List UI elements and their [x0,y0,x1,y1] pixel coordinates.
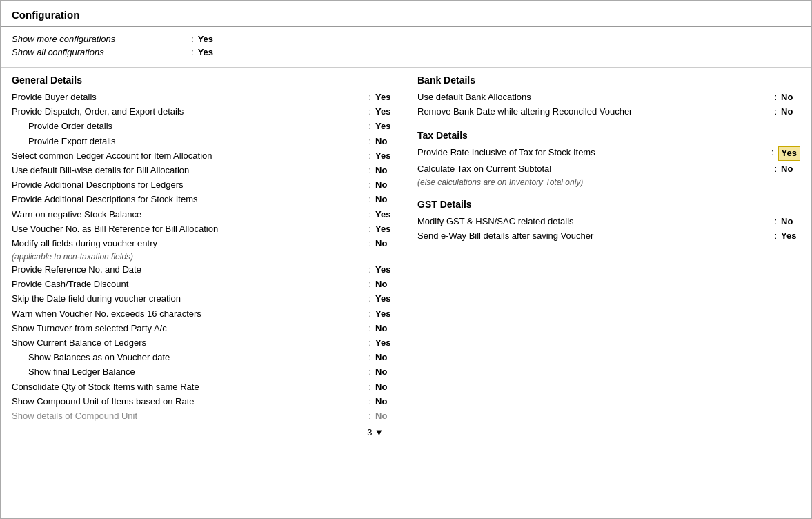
row-label: Use default Bank Allocations [417,91,773,104]
row-value: Yes [375,106,395,118]
config-row: Provide Dispatch, Order, and Export deta… [12,106,395,118]
bank-details-title: Bank Details [417,75,800,86]
gst-details-title: GST Details [417,199,800,210]
top-config-row: Show more configurations:Yes [12,34,800,44]
colon: : [368,366,371,378]
colon: : [368,237,371,250]
colon: : [368,91,371,104]
main-window: Configuration Show more configurations:Y… [0,0,812,519]
config-row: Provide Cash/Trade Discount:No [12,278,395,291]
row-label: Provide Additional Descriptions for Ledg… [12,179,367,191]
config-row: Provide Export details:No [12,135,395,148]
window-title: Configuration [12,9,800,21]
row-value: No [375,351,395,364]
main-content: General Details Provide Buyer details:Ye… [1,68,811,518]
colon: : [368,337,371,349]
title-bar: Configuration [1,1,811,27]
config-row: Use default Bank Allocations:No [417,91,800,104]
row-label: Send e-Way Bill details after saving Vou… [417,230,773,242]
row-label: Show Current Balance of Ledgers [12,337,367,349]
row-label: Remove Bank Date while altering Reconcil… [417,106,773,118]
row-value: No [375,135,395,148]
colon: : [368,193,371,206]
config-value: Yes [198,47,213,57]
tax-note: (else calculations are on Inventory Tota… [417,177,800,187]
colon: : [368,278,371,291]
row-value: No [375,193,395,206]
config-row: Show Current Balance of Ledgers:Yes [12,337,395,349]
row-label: Warn when Voucher No. exceeds 16 charact… [12,308,367,320]
row-value: No [375,410,395,422]
row-value: Yes [375,308,395,320]
right-content-container: Bank DetailsUse default Bank Allocations… [417,75,800,242]
colon: : [774,163,777,175]
config-row: Consolidate Qty of Stock Items with same… [12,381,395,393]
row-label: Provide Reference No. and Date [12,264,367,276]
row-value: No [781,215,800,228]
row-value: Yes [375,337,395,349]
config-row: Send e-Way Bill details after saving Vou… [417,230,800,242]
row-label: Modify all fields during voucher entry [12,237,367,250]
config-row: Show details of Compound Unit:No [12,410,395,422]
config-row: Use default Bill-wise details for Bill A… [12,164,395,177]
colon: : [774,215,777,228]
row-value: Yes [375,264,395,276]
row-label: Provide Additional Descriptions for Stoc… [12,193,367,206]
config-row: Modify all fields during voucher entry:N… [12,237,395,250]
row-label: Skip the Date field during voucher creat… [12,293,367,305]
config-row: Provide Additional Descriptions for Ledg… [12,179,395,191]
row-value: Yes [781,230,800,242]
pagination[interactable]: 3 ▼ [12,424,395,443]
row-label: Use Voucher No. as Bill Reference for Bi… [12,223,367,235]
colon: : [368,150,371,162]
row-value: Yes [375,91,395,104]
row-label: Provide Rate Inclusive of Tax for Stock … [417,146,770,159]
row-value: Yes [375,208,395,221]
config-row: Warn on negative Stock Balance:Yes [12,208,395,221]
row-value: No [781,91,800,104]
colon: : [368,322,371,335]
row-value: No [375,278,395,291]
config-label: Show more configurations [12,34,191,44]
row-value: No [375,366,395,378]
row-label: Provide Dispatch, Order, and Export deta… [12,106,367,118]
row-label: Show details of Compound Unit [12,410,367,422]
row-label: Provide Export details [12,135,367,148]
config-row: Show Compound Unit of Items based on Rat… [12,395,395,408]
colon: : [368,135,371,148]
colon: : [368,264,371,276]
row-value: No [375,237,395,250]
row-label: Provide Cash/Trade Discount [12,278,367,291]
tax-details-title: Tax Details [417,130,800,141]
row-value: No [375,381,395,393]
row-label: Show Compound Unit of Items based on Rat… [12,395,367,408]
colon: : [368,351,371,364]
row-label: Show Balances as on Voucher date [12,351,367,364]
config-row: Use Voucher No. as Bill Reference for Bi… [12,223,395,235]
top-config-section: Show more configurations:YesShow all con… [1,27,811,68]
colon: : [368,208,371,221]
config-row: Modify GST & HSN/SAC related details:No [417,215,800,228]
row-label: Provide Order details [12,120,367,133]
row-label: Show final Ledger Balance [12,366,367,378]
right-panel: Bank DetailsUse default Bank Allocations… [406,75,811,511]
row-value[interactable]: Yes [778,146,800,160]
colon: : [368,223,371,235]
config-row: Provide Additional Descriptions for Stoc… [12,193,395,206]
colon: : [368,179,371,191]
config-label: Show all configurations [12,47,191,57]
row-value: No [375,164,395,177]
colon: : [368,381,371,393]
config-row: Provide Order details:Yes [12,120,395,133]
config-row: Show Turnover from selected Party A/c:No [12,322,395,335]
colon: : [191,34,194,44]
general-details-title: General Details [12,75,395,86]
row-label: Show Turnover from selected Party A/c [12,322,367,335]
row-label: Use default Bill-wise details for Bill A… [12,164,367,177]
config-row: Warn when Voucher No. exceeds 16 charact… [12,308,395,320]
row-label: Provide Buyer details [12,91,367,104]
colon: : [774,91,777,104]
top-config-row: Show all configurations:Yes [12,47,800,57]
row-value: Yes [375,293,395,305]
row-value: Yes [375,150,395,162]
